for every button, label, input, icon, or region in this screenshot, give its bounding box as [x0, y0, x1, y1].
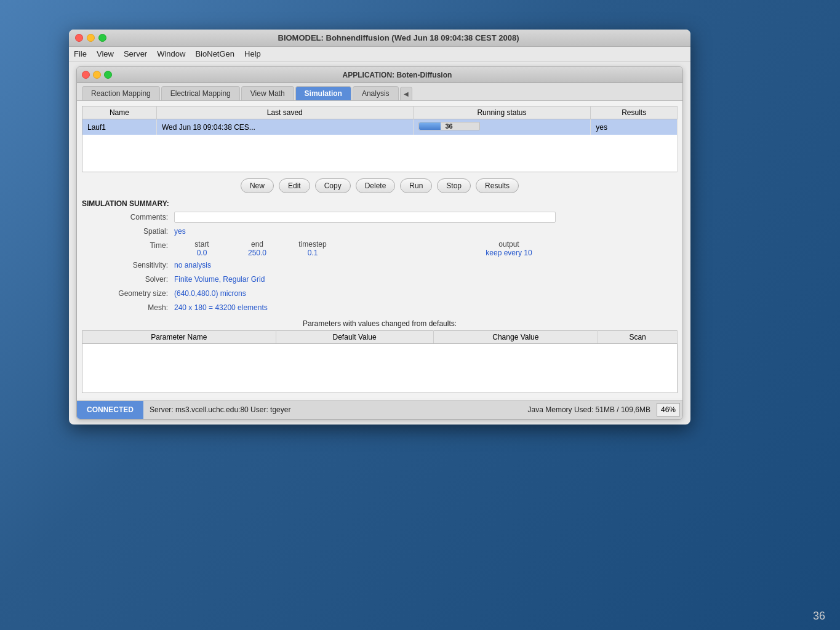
- time-values: 0.0 250.0 0.1 keep every 10: [174, 249, 678, 257]
- stop-button[interactable]: Stop: [437, 178, 471, 193]
- inner-minimize-button[interactable]: [93, 71, 101, 79]
- progress-bar: 36: [418, 122, 480, 130]
- sensitivity-value: no analysis: [174, 260, 678, 271]
- outer-minimize-button[interactable]: [87, 34, 95, 42]
- inner-window-title: APPLICATION: Boten-Diffusion: [117, 71, 678, 79]
- menu-file[interactable]: File: [74, 49, 87, 58]
- params-col-default: Default Value: [276, 330, 433, 343]
- end-header: end: [230, 240, 285, 249]
- outer-close-button[interactable]: [75, 34, 83, 42]
- spatial-value: yes: [174, 226, 678, 237]
- run-button[interactable]: Run: [400, 178, 432, 193]
- timestep-header: timestep: [285, 240, 340, 249]
- output-value: keep every 10: [340, 249, 678, 257]
- sim-progress-cell: 36: [413, 119, 591, 135]
- timestep-value: 0.1: [285, 249, 340, 257]
- tab-scroll-arrow[interactable]: ◀: [400, 87, 412, 100]
- sim-name: Lauf1: [82, 119, 157, 135]
- start-header: start: [174, 240, 230, 249]
- comments-value[interactable]: [174, 212, 678, 223]
- outer-window: BIOMODEL: Bohnendiffusion (Wed Jun 18 09…: [69, 30, 690, 425]
- status-server-info: Server: ms3.vcell.uchc.edu:80 User: tgey…: [143, 405, 522, 414]
- menu-window[interactable]: Window: [157, 49, 185, 58]
- col-last-saved: Last saved: [156, 106, 413, 119]
- sim-results: yes: [591, 119, 678, 135]
- solver-label: Solver:: [82, 274, 174, 285]
- results-button[interactable]: Results: [476, 178, 519, 193]
- inner-maximize-button[interactable]: [104, 71, 112, 79]
- page-number: 36: [813, 610, 825, 623]
- geometry-value: (640.0,480.0) microns: [174, 288, 678, 300]
- button-row: New Edit Copy Delete Run Stop Results: [82, 178, 678, 193]
- tab-electrical-mapping[interactable]: Electrical Mapping: [161, 86, 240, 100]
- menu-bionetgen[interactable]: BioNetGen: [195, 49, 234, 58]
- params-title: Parameters with values changed from defa…: [82, 319, 678, 328]
- menu-server[interactable]: Server: [124, 49, 147, 58]
- tab-reaction-mapping[interactable]: Reaction Mapping: [82, 86, 160, 100]
- start-value: 0.0: [174, 249, 230, 257]
- outer-maximize-button[interactable]: [98, 34, 106, 42]
- main-content: Name Last saved Running status Results L…: [77, 101, 682, 398]
- outer-window-title: BIOMODEL: Bohnendiffusion (Wed Jun 18 09…: [113, 33, 684, 42]
- tab-simulation[interactable]: Simulation: [295, 86, 351, 100]
- new-button[interactable]: New: [241, 178, 274, 193]
- col-running-status: Running status: [413, 106, 591, 119]
- inner-window: APPLICATION: Boten-Diffusion Reaction Ma…: [76, 66, 683, 420]
- status-connected-badge: CONNECTED: [77, 401, 143, 419]
- col-name: Name: [82, 106, 157, 119]
- status-memory-info: Java Memory Used: 51MB / 109,6MB: [522, 405, 657, 414]
- edit-button[interactable]: Edit: [279, 178, 310, 193]
- delete-button[interactable]: Delete: [356, 178, 396, 193]
- sim-last-saved: Wed Jun 18 09:04:38 CES...: [156, 119, 413, 135]
- outer-traffic-lights: [75, 34, 106, 42]
- geometry-label: Geometry size:: [82, 288, 174, 300]
- tab-view-math[interactable]: View Math: [241, 86, 294, 100]
- summary-title: SIMULATION SUMMARY:: [82, 199, 678, 208]
- tab-analysis[interactable]: Analysis: [353, 86, 399, 100]
- menu-help[interactable]: Help: [244, 49, 261, 58]
- progress-text: 36: [419, 122, 479, 130]
- spatial-label: Spatial:: [82, 226, 174, 237]
- inner-traffic-lights: [82, 71, 112, 79]
- solver-value: Finite Volume, Regular Grid: [174, 274, 678, 285]
- outer-menubar: File View Server Window BioNetGen Help: [69, 47, 690, 62]
- copy-button[interactable]: Copy: [315, 178, 351, 193]
- tabs-bar: Reaction Mapping Electrical Mapping View…: [77, 83, 682, 101]
- outer-titlebar: BIOMODEL: Bohnendiffusion (Wed Jun 18 09…: [69, 30, 690, 47]
- time-section: start end timestep output 0.0 250.0 0.1 …: [174, 240, 678, 257]
- table-row[interactable]: Lauf1 Wed Jun 18 09:04:38 CES... 36 yes: [82, 119, 678, 135]
- menu-view[interactable]: View: [97, 49, 114, 58]
- summary-grid: Comments: Spatial: yes Time: start end t…: [82, 212, 678, 314]
- time-label: Time:: [82, 240, 174, 257]
- params-col-change: Change Value: [433, 330, 598, 343]
- inner-close-button[interactable]: [82, 71, 90, 79]
- end-value: 250.0: [230, 249, 285, 257]
- comments-input[interactable]: [174, 212, 556, 223]
- inner-titlebar: APPLICATION: Boten-Diffusion: [77, 67, 682, 83]
- mesh-value: 240 x 180 = 43200 elements: [174, 302, 678, 314]
- status-bar: CONNECTED Server: ms3.vcell.uchc.edu:80 …: [77, 401, 682, 419]
- simulation-table: Name Last saved Running status Results L…: [82, 106, 678, 172]
- comments-label: Comments:: [82, 212, 174, 223]
- col-results: Results: [591, 106, 678, 119]
- mesh-label: Mesh:: [82, 302, 174, 314]
- params-col-scan: Scan: [598, 330, 678, 343]
- params-col-name: Parameter Name: [82, 330, 276, 343]
- time-headers: start end timestep output: [174, 240, 678, 249]
- status-percent: 46%: [657, 403, 680, 417]
- params-table: Parameter Name Default Value Change Valu…: [82, 330, 678, 393]
- output-header: output: [340, 240, 678, 249]
- sensitivity-label: Sensitivity:: [82, 260, 174, 271]
